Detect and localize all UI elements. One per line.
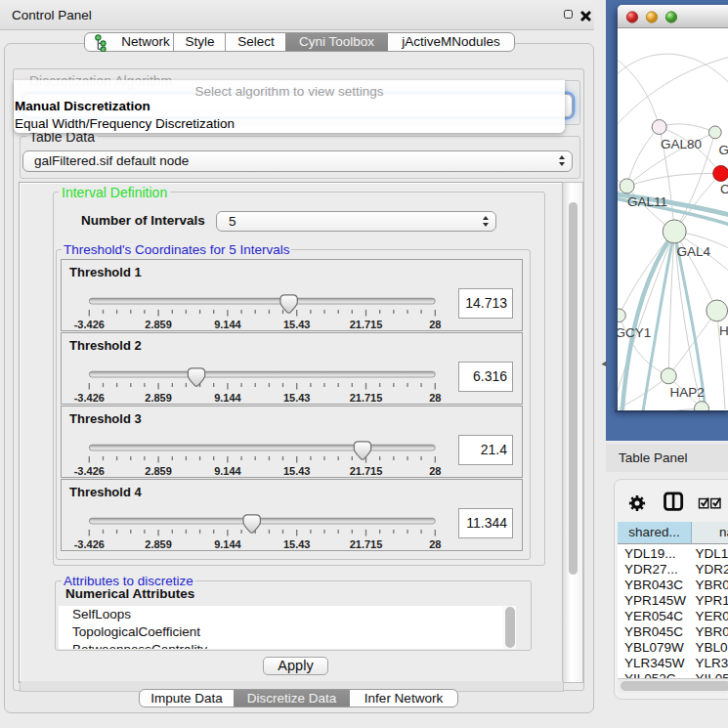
svg-text:H: H bbox=[719, 323, 728, 338]
svg-text:GAL11: GAL11 bbox=[627, 194, 667, 209]
svg-text:HAP2: HAP2 bbox=[670, 385, 705, 400]
svg-text:GA: GA bbox=[719, 143, 728, 157]
svg-text:GAL80: GAL80 bbox=[661, 137, 702, 151]
svg-text:GCY1: GCY1 bbox=[618, 325, 651, 340]
svg-text:C: C bbox=[720, 182, 728, 196]
svg-text:GAL4: GAL4 bbox=[677, 244, 711, 259]
